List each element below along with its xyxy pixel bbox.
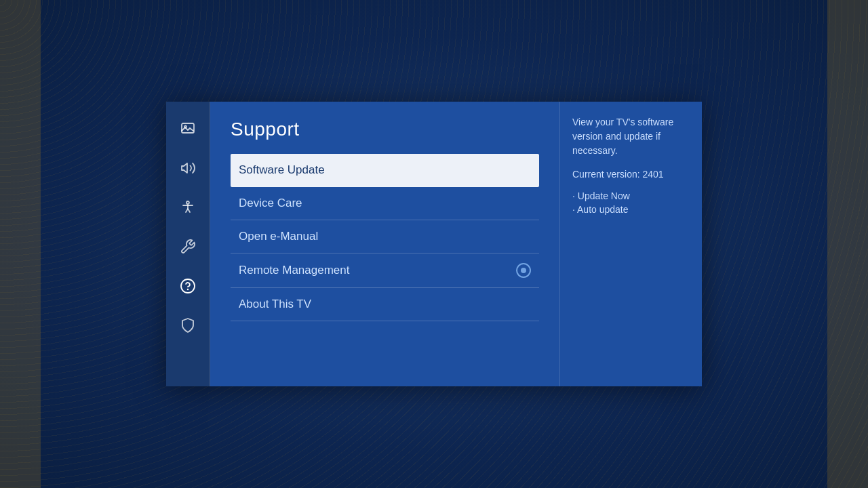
menu-item-remote-management[interactable]: Remote Management	[231, 253, 539, 288]
panel-title: Support	[231, 119, 539, 140]
svg-marker-2	[182, 163, 187, 173]
svg-point-3	[186, 201, 189, 204]
menu-list: Software Update Device Care Open e-Manua…	[231, 154, 539, 321]
svg-point-4	[181, 279, 195, 293]
menu-item-about-this-tv[interactable]: About This TV	[231, 288, 539, 321]
action-update-now[interactable]: · Update Now	[572, 190, 690, 201]
svg-point-1	[184, 126, 186, 128]
info-description: View your TV's software version and upda…	[572, 115, 690, 158]
sidebar-item-security[interactable]	[174, 312, 201, 339]
menu-item-label: About This TV	[239, 298, 311, 311]
menu-item-label: Remote Management	[239, 264, 349, 277]
sidebar-item-support[interactable]	[174, 272, 201, 300]
right-ornament	[827, 0, 868, 488]
main-panel: Support Software Update Device Care Open…	[210, 102, 559, 386]
left-ornament	[0, 0, 41, 488]
sidebar-item-sound[interactable]	[174, 155, 201, 182]
tv-background: Support Software Update Device Care Open…	[0, 0, 868, 488]
menu-item-software-update[interactable]: Software Update	[231, 154, 539, 187]
info-version: Current version: 2401	[572, 169, 690, 180]
sidebar	[166, 102, 210, 386]
menu-item-label: Software Update	[239, 163, 325, 177]
remote-management-icon	[516, 263, 531, 278]
action-auto-update[interactable]: · Auto update	[572, 204, 690, 215]
svg-rect-0	[182, 123, 194, 133]
sidebar-item-tools[interactable]	[174, 233, 201, 260]
sidebar-item-picture[interactable]	[174, 115, 201, 142]
menu-item-label: Open e-Manual	[239, 230, 318, 243]
menu-item-open-emanual[interactable]: Open e-Manual	[231, 220, 539, 253]
sidebar-item-accessibility[interactable]	[174, 194, 201, 221]
menu-container: Support Software Update Device Care Open…	[166, 102, 702, 386]
info-panel: View your TV's software version and upda…	[559, 102, 702, 386]
menu-item-label: Device Care	[239, 197, 302, 210]
info-actions: · Update Now · Auto update	[572, 190, 690, 215]
menu-item-device-care[interactable]: Device Care	[231, 187, 539, 220]
